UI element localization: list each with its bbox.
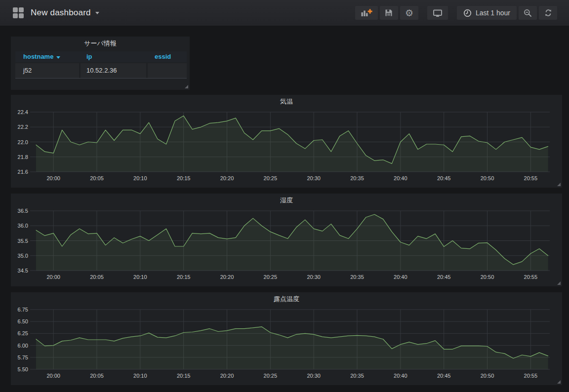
svg-text:5.50: 5.50 xyxy=(18,366,28,372)
svg-text:20:35: 20:35 xyxy=(350,373,364,379)
svg-text:20:45: 20:45 xyxy=(437,175,451,181)
svg-text:20:20: 20:20 xyxy=(220,274,234,280)
svg-text:20:50: 20:50 xyxy=(481,274,494,280)
svg-text:20:15: 20:15 xyxy=(177,274,191,280)
row-separator xyxy=(15,78,187,78)
svg-text:20:05: 20:05 xyxy=(90,175,104,181)
svg-text:20:55: 20:55 xyxy=(524,373,538,379)
panel-title[interactable]: 湿度 xyxy=(11,194,562,206)
svg-text:20:40: 20:40 xyxy=(394,373,407,379)
svg-text:20:10: 20:10 xyxy=(133,373,147,379)
clock-icon xyxy=(463,9,472,17)
column-header-essid[interactable]: essid xyxy=(155,51,171,62)
column-header-hostname[interactable]: hostname xyxy=(23,51,60,62)
table-header: hostname ip essid xyxy=(15,51,187,62)
time-range-label: Last 1 hour xyxy=(476,9,510,17)
cell-hostname: j52 xyxy=(15,63,79,78)
svg-text:22.4: 22.4 xyxy=(18,109,28,115)
add-panel-button[interactable] xyxy=(355,6,378,20)
svg-text:20:30: 20:30 xyxy=(307,373,321,379)
svg-text:5.75: 5.75 xyxy=(18,354,28,360)
panel-resize-handle[interactable] xyxy=(557,380,561,384)
time-range-button[interactable]: Last 1 hour xyxy=(457,6,517,20)
svg-text:20:40: 20:40 xyxy=(394,175,407,181)
svg-text:21.8: 21.8 xyxy=(18,154,28,160)
table-row: j52 10.52.2.36 xyxy=(11,63,190,78)
panel-title[interactable]: 気温 xyxy=(11,95,562,108)
refresh-icon xyxy=(544,9,552,17)
panel-resize-handle[interactable] xyxy=(185,85,188,88)
panel-title[interactable]: サーバ情報 xyxy=(11,37,190,49)
panel-resize-handle[interactable] xyxy=(557,281,561,285)
svg-text:20:20: 20:20 xyxy=(220,175,234,181)
zoom-out-magnifier-icon xyxy=(524,9,532,17)
svg-text:6.75: 6.75 xyxy=(18,307,28,313)
svg-text:20:20: 20:20 xyxy=(220,373,234,379)
sort-caret-icon xyxy=(56,56,60,59)
save-floppy-icon xyxy=(385,9,393,17)
svg-text:20:30: 20:30 xyxy=(307,175,321,181)
navbar: New dashboard xyxy=(0,0,569,26)
svg-text:20:25: 20:25 xyxy=(264,175,278,181)
svg-text:20:50: 20:50 xyxy=(481,373,494,379)
tv-monitor-icon xyxy=(433,9,443,17)
svg-text:20:45: 20:45 xyxy=(437,373,451,379)
svg-text:20:00: 20:00 xyxy=(46,274,60,280)
column-header-ip[interactable]: ip xyxy=(86,51,92,62)
chevron-down-icon[interactable] xyxy=(95,12,99,14)
server-info-table-panel: サーバ情報 hostname ip essid j52 10.52.2.36 xyxy=(11,37,190,90)
dashboard-title[interactable]: New dashboard xyxy=(31,8,91,18)
svg-text:22.0: 22.0 xyxy=(18,139,28,145)
grafana-dashboard: New dashboard xyxy=(0,0,569,392)
svg-text:36.5: 36.5 xyxy=(18,208,28,214)
svg-text:20:35: 20:35 xyxy=(350,274,364,280)
svg-text:20:55: 20:55 xyxy=(524,274,538,280)
svg-text:20:30: 20:30 xyxy=(307,274,321,280)
svg-text:20:15: 20:15 xyxy=(177,373,191,379)
gear-icon: ⚙ xyxy=(405,8,413,18)
zoom-out-button[interactable] xyxy=(519,6,537,20)
save-dashboard-button[interactable] xyxy=(380,6,398,20)
svg-text:6.25: 6.25 xyxy=(18,330,28,336)
settings-button[interactable]: ⚙ xyxy=(400,6,418,20)
svg-text:20:55: 20:55 xyxy=(524,175,538,181)
dashboard-grid-icon[interactable] xyxy=(13,7,24,18)
svg-text:20:50: 20:50 xyxy=(481,175,494,181)
svg-text:20:35: 20:35 xyxy=(350,175,364,181)
svg-text:35.5: 35.5 xyxy=(18,238,28,244)
svg-text:20:25: 20:25 xyxy=(264,274,278,280)
svg-text:6.00: 6.00 xyxy=(18,343,28,349)
svg-text:20:00: 20:00 xyxy=(46,175,60,181)
svg-text:36.0: 36.0 xyxy=(18,223,28,229)
panel-resize-handle[interactable] xyxy=(557,183,561,186)
cell-essid xyxy=(148,63,187,78)
svg-text:20:10: 20:10 xyxy=(133,274,147,280)
temperature-chart-panel: 21.621.822.022.222.420:0020:0520:1020:15… xyxy=(11,95,562,188)
humidity-chart-panel: 34.535.035.536.036.520:0020:0520:1020:15… xyxy=(11,194,562,286)
svg-text:21.6: 21.6 xyxy=(18,169,28,175)
cycle-view-mode-button[interactable] xyxy=(427,6,448,20)
svg-text:20:25: 20:25 xyxy=(264,373,278,379)
svg-text:20:15: 20:15 xyxy=(177,175,191,181)
svg-text:22.2: 22.2 xyxy=(18,124,28,130)
svg-text:34.5: 34.5 xyxy=(18,268,28,274)
cell-ip: 10.52.2.36 xyxy=(81,63,146,78)
svg-text:20:05: 20:05 xyxy=(90,274,104,280)
svg-text:20:05: 20:05 xyxy=(90,373,104,379)
svg-text:6.50: 6.50 xyxy=(18,318,28,324)
svg-text:20:40: 20:40 xyxy=(394,274,407,280)
bar-chart-plus-icon xyxy=(361,9,372,17)
panel-title[interactable]: 露点温度 xyxy=(11,292,562,305)
svg-text:20:45: 20:45 xyxy=(437,274,451,280)
svg-text:20:00: 20:00 xyxy=(46,373,60,379)
svg-text:20:10: 20:10 xyxy=(133,175,147,181)
refresh-button[interactable] xyxy=(539,6,557,20)
svg-text:35.0: 35.0 xyxy=(18,253,28,259)
dew-point-chart-panel: 5.505.756.006.256.506.7520:0020:0520:102… xyxy=(11,292,562,385)
